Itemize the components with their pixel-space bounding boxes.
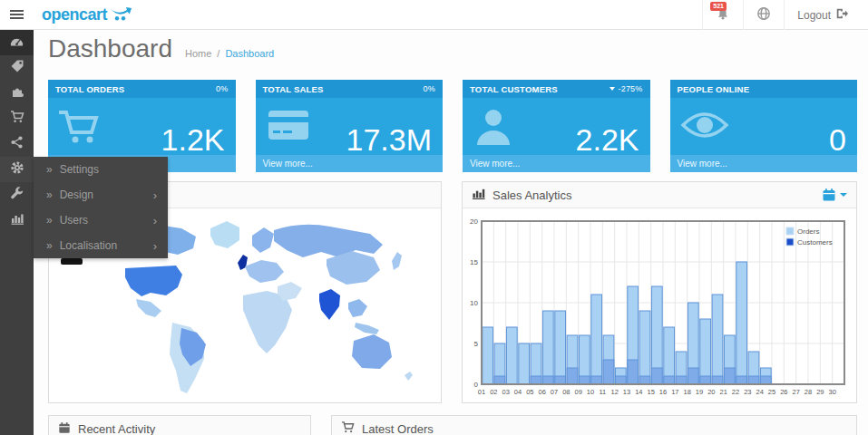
svg-text:25: 25	[768, 388, 775, 396]
hamburger-icon	[10, 7, 24, 24]
tile-percent: -275%	[610, 84, 642, 93]
tile-header: PEOPLE ONLINE	[670, 80, 858, 98]
latest-orders-title: Latest Orders	[362, 422, 434, 435]
svg-text:28: 28	[805, 388, 812, 396]
map-australia	[352, 334, 392, 369]
globe-icon	[756, 6, 771, 24]
svg-text:14: 14	[635, 388, 642, 396]
svg-text:30: 30	[828, 388, 835, 396]
tile-value: 17.3M	[346, 124, 433, 155]
svg-text:01: 01	[478, 388, 485, 396]
system-flyout-menu: »Settings»Design›»Users›»Localisation›	[34, 157, 168, 258]
sidebar-item-dashboard[interactable]	[0, 30, 34, 55]
page-head: Dashboard Home / Dashboard	[48, 34, 274, 63]
stat-tiles-row: TOTAL ORDERS0%1.2KView more...TOTAL SALE…	[48, 80, 857, 172]
tile-body: 0	[670, 98, 858, 155]
credit-card-icon	[265, 107, 312, 147]
latest-orders-panel: Latest Orders	[331, 415, 857, 435]
svg-text:15: 15	[647, 388, 654, 396]
share-icon	[10, 135, 24, 153]
menu-toggle-button[interactable]	[0, 0, 34, 30]
view-more-link[interactable]: View more...	[256, 155, 444, 172]
dashboard-icon	[9, 34, 24, 52]
map-europe	[245, 260, 284, 283]
bar-chart-icon	[472, 187, 485, 203]
map-greenland	[210, 221, 239, 248]
menu-item-label: Settings	[60, 163, 99, 176]
topbar-controls: 521 Logout	[702, 0, 861, 30]
double-angle-icon: »	[46, 214, 53, 227]
topbar: opencart 521 Log	[0, 0, 868, 30]
recent-activity-title: Recent Activity	[78, 422, 155, 435]
sidebar-item-tag[interactable]	[0, 55, 34, 81]
stat-tile-people-online: PEOPLE ONLINE0View more...	[670, 80, 858, 172]
svg-text:19: 19	[696, 388, 703, 396]
tile-title: PEOPLE ONLINE	[678, 84, 750, 94]
opencart-logo[interactable]: opencart	[42, 0, 132, 30]
map-russia	[274, 225, 383, 257]
map-new-zealand	[405, 372, 413, 381]
svg-text:5: 5	[474, 340, 479, 348]
sidebar-item-share[interactable]	[0, 131, 34, 157]
svg-text:21: 21	[719, 388, 727, 396]
tile-body: 2.2K	[463, 98, 650, 155]
eye-icon	[679, 107, 730, 147]
sales-analytics-chart: 0510152001020304050607080910111213141516…	[463, 208, 856, 406]
logout-label: Logout	[797, 9, 831, 22]
svg-text:20: 20	[470, 218, 478, 226]
svg-text:09: 09	[574, 388, 581, 396]
calendar-icon	[58, 421, 71, 435]
svg-text:Customers: Customers	[797, 238, 833, 246]
svg-text:04: 04	[514, 388, 522, 396]
logo-text: opencart	[42, 5, 107, 24]
report-icon	[10, 211, 24, 229]
svg-text:17: 17	[671, 388, 678, 396]
svg-text:07: 07	[551, 388, 558, 396]
sidebar-item-gear[interactable]	[0, 157, 34, 182]
sales-analytics-header: Sales Analytics	[463, 182, 856, 208]
svg-text:22: 22	[732, 388, 739, 396]
tile-value: 1.2K	[161, 124, 225, 155]
logout-button[interactable]: Logout	[784, 0, 861, 30]
svg-text:26: 26	[780, 388, 787, 396]
cart-icon	[341, 420, 355, 435]
chevron-right-icon: ›	[153, 188, 157, 202]
sidebar-nav	[0, 30, 34, 435]
menu-item-design[interactable]: »Design›	[34, 182, 168, 208]
sidebar-item-report[interactable]	[0, 208, 34, 233]
view-more-link[interactable]: View more...	[463, 155, 650, 172]
menu-item-label: Design	[60, 188, 93, 201]
sidebar-item-extension[interactable]	[0, 81, 34, 106]
svg-text:06: 06	[538, 388, 545, 396]
map-scandinavia	[252, 227, 274, 253]
menu-item-label: Users	[60, 214, 88, 227]
menu-shadow-artifact	[61, 258, 83, 265]
sidebar-item-cart[interactable]	[0, 106, 34, 131]
storefront-button[interactable]	[743, 0, 784, 30]
sales-analytics-panel: Sales Analytics 051015200102030405060708…	[462, 181, 857, 403]
svg-text:12: 12	[610, 388, 618, 396]
breadcrumb: Home / Dashboard	[185, 48, 274, 59]
menu-item-users[interactable]: »Users›	[34, 208, 168, 233]
notifications-button[interactable]: 521	[702, 0, 743, 30]
view-more-link[interactable]: View more...	[670, 155, 858, 172]
map-middle-east	[278, 282, 302, 301]
notification-count-badge: 521	[710, 2, 727, 11]
menu-item-localisation[interactable]: »Localisation›	[34, 233, 168, 258]
date-range-button[interactable]	[822, 188, 847, 202]
tile-value: 0	[829, 124, 846, 155]
wrench-icon	[10, 186, 24, 204]
svg-text:29: 29	[816, 388, 824, 396]
map-mexico	[136, 299, 161, 317]
breadcrumb-home[interactable]: Home	[185, 48, 211, 59]
tile-body: 17.3M	[256, 98, 444, 155]
logout-icon	[835, 7, 848, 23]
calendar-icon	[822, 188, 836, 202]
menu-item-settings[interactable]: »Settings	[34, 157, 168, 182]
double-angle-icon: »	[46, 239, 53, 252]
breadcrumb-current[interactable]: Dashboard	[225, 48, 274, 59]
menu-item-label: Localisation	[60, 239, 117, 252]
recent-activity-header: Recent Activity	[49, 416, 310, 435]
sidebar-item-wrench[interactable]	[0, 182, 34, 208]
double-angle-icon: »	[46, 188, 53, 201]
